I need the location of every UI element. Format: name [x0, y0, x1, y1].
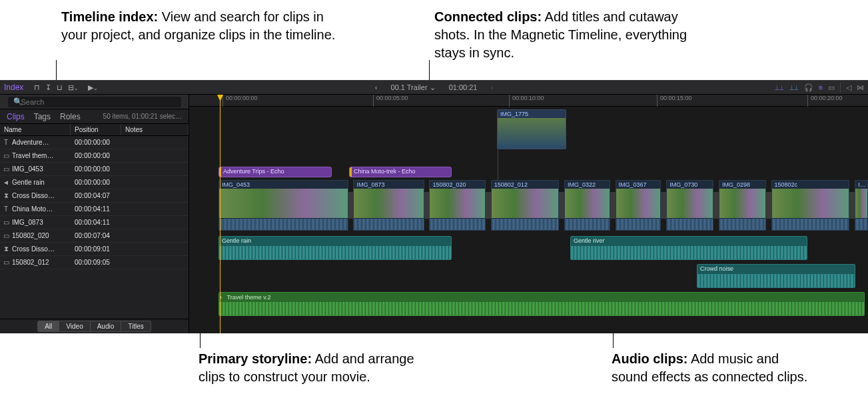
primary-storyline[interactable]: IMG_0453IMG_0873150802_020150802_012IMG_…: [218, 180, 868, 231]
clip-label: 150802c: [772, 181, 849, 189]
index-row[interactable]: ⧗Cross Disso…00:00:04:07: [0, 189, 189, 203]
row-type-icon: ▭: [0, 219, 12, 226]
clip-appearance-icon[interactable]: ▭: [828, 83, 835, 92]
tab-clips[interactable]: Clips: [7, 112, 25, 121]
video-clip[interactable]: IMG_0367: [616, 180, 661, 231]
snapping-icon[interactable]: ≡: [819, 83, 823, 91]
index-button[interactable]: Index: [4, 83, 23, 92]
video-clip[interactable]: IMG_0453: [218, 180, 348, 231]
callout-connected-clips: Connected clips: Add titles and cutaway …: [434, 8, 714, 62]
index-row[interactable]: ▭150802_02000:00:07:04: [0, 229, 189, 243]
clip-label: 150802_012: [492, 181, 558, 189]
append-clip-icon[interactable]: ⊔: [57, 83, 63, 92]
nav-next-icon[interactable]: ›: [490, 83, 493, 91]
clip-thumbnails: [667, 189, 713, 218]
project-name[interactable]: 00.1 Trailer ⌄: [391, 83, 436, 92]
clip-label: I…: [855, 181, 867, 189]
video-clip[interactable]: 150802c: [771, 180, 850, 231]
index-row[interactable]: ⧗Cross Disso…00:00:09:01: [0, 243, 189, 256]
index-row[interactable]: TAdventure…00:00:00:00: [0, 136, 189, 149]
trim-end-icon[interactable]: ⋈: [857, 83, 864, 92]
audio-waveform: [571, 246, 807, 259]
row-type-icon: ▭: [0, 259, 12, 266]
index-row[interactable]: TChina Moto…00:00:04:11: [0, 203, 189, 216]
row-type-icon: ⧗: [0, 245, 12, 253]
transition-gap[interactable]: [849, 180, 855, 231]
index-row[interactable]: ▭IMG_045300:00:00:00: [0, 163, 189, 176]
clip-label: IMG_0298: [719, 181, 765, 189]
video-clip[interactable]: IMG_0873: [353, 180, 424, 231]
tab-tags[interactable]: Tags: [34, 112, 51, 121]
tab-roles[interactable]: Roles: [60, 112, 81, 121]
filter-video[interactable]: Video: [59, 321, 90, 332]
transition-gap[interactable]: [348, 180, 354, 231]
clip-thumbnails: [855, 189, 867, 218]
video-clip[interactable]: 150802_020: [429, 180, 486, 231]
transition-gap[interactable]: [424, 180, 430, 231]
row-position: 00:00:00:00: [71, 179, 121, 186]
clip-audio-waveform: [667, 218, 713, 230]
filter-all[interactable]: All: [37, 321, 59, 332]
transition-gap[interactable]: [661, 180, 666, 231]
connected-clip[interactable]: IMG_1775: [497, 109, 566, 149]
trim-start-icon[interactable]: ◁: [846, 83, 851, 92]
col-position[interactable]: Position: [71, 124, 121, 135]
row-position: 00:00:04:11: [71, 205, 121, 213]
clip-label: IMG_0322: [565, 181, 610, 189]
index-row[interactable]: ▭Travel them…00:00:00:00: [0, 149, 189, 163]
video-clip[interactable]: IMG_0322: [564, 180, 610, 231]
select-tool-icon[interactable]: ▶⌄: [88, 83, 98, 92]
audio-clip[interactable]: Gentle river: [570, 236, 807, 260]
nav-prev-icon[interactable]: ‹: [375, 83, 378, 91]
row-type-icon: T: [0, 205, 12, 213]
index-row[interactable]: ◄Gentle rain00:00:00:00: [0, 176, 189, 189]
index-row[interactable]: ▭150802_01200:00:09:05: [0, 256, 189, 269]
title-clip[interactable]: Adventure Trips - Echo: [218, 167, 332, 177]
filter-buttons: All Video Audio Titles: [0, 319, 189, 333]
video-clip[interactable]: 150802_012: [491, 180, 559, 231]
audio-clip[interactable]: Gentle rain: [218, 236, 452, 260]
row-name: Adventure…: [12, 139, 71, 146]
solo-icon[interactable]: 🎧: [804, 83, 813, 92]
video-clip[interactable]: IMG_0730: [666, 180, 713, 231]
row-name: 150802_020: [12, 232, 71, 239]
insert-clip-icon[interactable]: ↧: [45, 83, 51, 92]
col-notes[interactable]: Notes: [121, 124, 189, 135]
filter-audio[interactable]: Audio: [91, 321, 122, 332]
title-clip[interactable]: China Moto-trek - Echo: [349, 167, 452, 177]
audio-clip[interactable]: Crowd noise: [697, 264, 855, 288]
transition-gap[interactable]: [559, 180, 564, 231]
clip-thumbnails: [430, 189, 485, 218]
timeline[interactable]: 00:00:00:0000:00:05:0000:00:10:0000:00:1…: [189, 95, 868, 333]
time-ruler[interactable]: 00:00:00:0000:00:05:0000:00:10:0000:00:1…: [189, 95, 868, 107]
connect-clip-icon[interactable]: ⊓: [34, 83, 40, 92]
row-position: 00:00:09:05: [71, 259, 121, 266]
connection-stem: [498, 149, 498, 180]
skimming-icon[interactable]: ⟂⟂: [775, 83, 784, 91]
audio-label: Gentle rain: [219, 237, 451, 245]
clip-thumbnails: [219, 189, 348, 218]
clip-audio-waveform: [772, 218, 849, 230]
audio-skimming-icon[interactable]: ⟂⟂: [789, 83, 799, 91]
search-input[interactable]: [8, 97, 181, 107]
overwrite-clip-icon[interactable]: ⊟⌄: [68, 83, 79, 92]
row-position: 00:00:04:07: [71, 192, 121, 199]
video-clip[interactable]: IMG_0298: [719, 180, 766, 231]
row-position: 00:00:07:04: [71, 232, 121, 239]
transition-gap[interactable]: [766, 180, 771, 231]
video-clip[interactable]: I…: [855, 180, 868, 231]
transition-gap[interactable]: [713, 180, 719, 231]
connected-clip-label: IMG_1775: [498, 110, 566, 118]
clip-audio-waveform: [719, 218, 765, 230]
project-timecode: 01:00:21: [449, 83, 478, 91]
ruler-tick: 00:00:05:00: [373, 95, 408, 107]
transition-gap[interactable]: [610, 180, 616, 231]
filter-titles[interactable]: Titles: [121, 321, 151, 332]
clip-audio-waveform: [219, 218, 348, 230]
music-clip[interactable]: ♪Travel theme v.2: [218, 292, 865, 316]
col-name[interactable]: Name: [0, 124, 71, 135]
index-row[interactable]: ▭IMG_087300:00:04:11: [0, 216, 189, 229]
playhead[interactable]: [220, 95, 220, 333]
audio-label: Gentle river: [571, 237, 807, 245]
transition-gap[interactable]: [486, 180, 491, 231]
